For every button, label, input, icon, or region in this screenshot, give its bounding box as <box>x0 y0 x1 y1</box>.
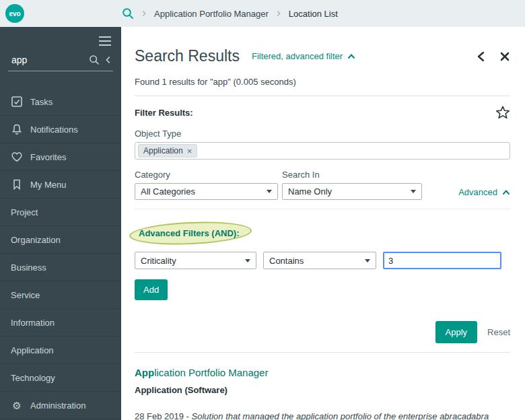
chevron-up-icon <box>347 53 355 59</box>
object-type-label: Object Type <box>135 129 510 139</box>
close-icon[interactable] <box>499 51 510 62</box>
reset-link[interactable]: Reset <box>487 327 510 337</box>
chevron-down-icon <box>411 190 416 193</box>
sidebar-item-label: Favorites <box>30 152 66 162</box>
sidebar-item-administration[interactable]: ⚙ Administration <box>0 392 121 419</box>
favorite-star-icon[interactable] <box>495 105 510 120</box>
application-window: evo Application Portfolio Manager Locati… <box>0 0 525 420</box>
sidebar-item-label: Business <box>11 262 46 273</box>
app-logo[interactable]: evo <box>5 4 24 23</box>
chevron-down-icon <box>245 259 250 262</box>
filter-operator-select[interactable]: Contains <box>263 252 376 269</box>
sidebar-item-notifications[interactable]: Notifications <box>0 116 121 143</box>
sidebar-item-label: Information <box>11 318 55 328</box>
sidebar-item-label: Application <box>11 345 54 355</box>
sidebar-item-label: Administration <box>30 400 85 411</box>
sidebar-item-service[interactable]: Service <box>0 281 121 309</box>
search-icon[interactable] <box>89 55 100 65</box>
sidebar-item-label: Tasks <box>30 97 53 107</box>
sidebar: Tasks Notifications Favorites My Menu <box>0 27 121 420</box>
chip-remove-icon[interactable]: × <box>187 147 193 155</box>
sidebar-item-business[interactable]: Business <box>0 254 121 281</box>
result-description: 28 Feb 2019 - Solution that managed the … <box>135 411 510 420</box>
advanced-toggle[interactable]: Advanced <box>458 187 510 200</box>
page-title: Search Results <box>135 47 240 65</box>
bell-icon <box>11 123 23 135</box>
chevron-down-icon <box>365 259 370 262</box>
sidebar-item-technology[interactable]: Technology <box>0 364 121 392</box>
chevron-right-icon <box>275 9 283 18</box>
result-type: Application (Software) <box>135 385 510 395</box>
filter-state-label: Filtered, advanced filter <box>252 51 343 61</box>
filter-field-value: Criticality <box>141 256 176 266</box>
sidebar-menu: Tasks Notifications Favorites My Menu <box>0 88 121 419</box>
bookmark-icon <box>11 178 23 190</box>
result-title-rest: lication Portfolio Manager <box>154 367 268 378</box>
category-label: Category <box>135 170 278 180</box>
result-date: 28 Feb 2019 - <box>135 411 192 420</box>
result-title-link[interactable]: Application Portfolio Manager <box>135 367 510 378</box>
chevron-down-icon <box>267 190 272 193</box>
search-result-item: Application Portfolio Manager Applicatio… <box>135 367 510 420</box>
object-type-chip: Application × <box>138 144 197 158</box>
divider <box>135 209 510 209</box>
collapse-search-chevron-left-icon[interactable] <box>104 55 113 65</box>
chevron-up-icon <box>502 189 510 195</box>
apply-button[interactable]: Apply <box>435 321 478 343</box>
search-in-select-value: Name Only <box>288 186 332 197</box>
gear-icon: ⚙ <box>11 399 23 411</box>
sidebar-item-label: Organization <box>11 235 61 245</box>
sidebar-item-label: Notifications <box>30 125 78 135</box>
search-in-label: Search In <box>282 170 422 180</box>
divider <box>135 352 510 353</box>
sidebar-item-favorites[interactable]: Favorites <box>0 143 121 171</box>
top-header: evo Application Portfolio Manager Locati… <box>0 0 525 27</box>
category-select[interactable]: All Categories <box>135 183 278 200</box>
sidebar-search <box>8 55 113 71</box>
chip-label: Application <box>143 146 183 155</box>
filter-field-select[interactable]: Criticality <box>135 252 256 269</box>
chevron-right-icon <box>140 9 148 18</box>
sidebar-item-label: Technology <box>11 373 55 383</box>
breadcrumb-item-app-portfolio-manager[interactable]: Application Portfolio Manager <box>154 9 269 19</box>
back-chevron-icon[interactable] <box>475 50 486 63</box>
filter-state-toggle[interactable]: Filtered, advanced filter <box>252 51 355 61</box>
sidebar-item-application[interactable]: Application <box>0 337 121 364</box>
sidebar-item-label: Service <box>11 290 40 300</box>
add-filter-button[interactable]: Add <box>135 279 168 300</box>
sidebar-search-input[interactable] <box>8 55 85 65</box>
category-select-value: All Categories <box>141 186 195 197</box>
result-snippet: Solution that managed the application po… <box>192 411 489 420</box>
sidebar-item-tasks[interactable]: Tasks <box>0 88 121 116</box>
sidebar-item-information[interactable]: Information <box>0 309 121 337</box>
filter-operator-value: Contains <box>269 256 304 266</box>
sidebar-item-my-menu[interactable]: My Menu <box>0 171 121 199</box>
object-type-field[interactable]: Application × <box>135 142 510 160</box>
results-summary: Found 1 results for "app" (0.005 seconds… <box>135 77 510 87</box>
hamburger-menu-icon[interactable] <box>98 36 112 46</box>
breadcrumb: Application Portfolio Manager Location L… <box>122 7 338 20</box>
sidebar-item-organization[interactable]: Organization <box>0 226 121 254</box>
filter-results-heading: Filter Results: <box>135 108 193 118</box>
filter-criteria-input[interactable] <box>383 252 501 269</box>
advanced-toggle-label: Advanced <box>458 187 497 197</box>
sidebar-item-label: My Menu <box>30 180 66 190</box>
advanced-filters-heading: Advanced Filters (AND): <box>139 228 240 238</box>
tasks-checkbox-icon <box>11 96 23 108</box>
search-in-select[interactable]: Name Only <box>282 183 422 200</box>
heart-icon <box>11 151 23 163</box>
app-logo-text: evo <box>9 10 20 18</box>
divider <box>135 96 510 96</box>
sidebar-item-project[interactable]: Project <box>0 199 121 226</box>
result-title-match: App <box>135 367 154 378</box>
main-content: Search Results Filtered, advanced filter… <box>121 27 525 420</box>
breadcrumb-item-location-list[interactable]: Location List <box>289 9 338 19</box>
search-icon[interactable] <box>122 7 134 20</box>
sidebar-item-label: Project <box>11 207 38 217</box>
